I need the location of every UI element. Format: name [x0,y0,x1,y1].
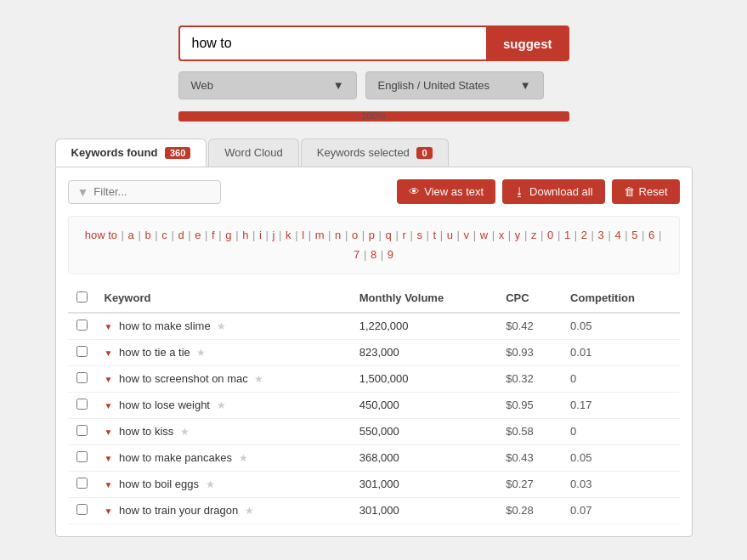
language-dropdown[interactable]: English / United States ▼ [365,71,544,99]
alpha-8[interactable]: 8 [371,248,376,261]
alpha-n[interactable]: n [335,229,341,241]
alpha-h[interactable]: h [242,229,248,241]
row-keyword-2: ▼ how to screenshot on mac ★ [96,365,351,392]
alpha-5[interactable]: 5 [631,229,637,241]
alpha-s[interactable]: s [416,229,422,241]
row-checkbox-2[interactable] [76,372,88,383]
alpha-y[interactable]: y [515,229,521,241]
alpha-t[interactable]: t [433,229,437,241]
expand-arrow-icon[interactable]: ▼ [105,348,113,358]
row-cpc-5: $0.43 [497,444,562,471]
alpha-d[interactable]: d [178,229,184,241]
alpha-9[interactable]: 9 [388,248,393,261]
alpha-i[interactable]: i [259,229,262,241]
row-volume-2: 1,500,000 [351,365,497,392]
row-cpc-6: $0.27 [497,471,562,497]
row-checkbox-4[interactable] [76,425,88,436]
tab-word-cloud[interactable]: Word Cloud [208,139,298,167]
row-volume-3: 450,000 [351,392,497,418]
alpha-r[interactable]: r [402,229,405,241]
alpha-e[interactable]: e [195,229,201,241]
alpha-g[interactable]: g [225,229,231,241]
table-row: ▼ how to make slime ★ 1,220,000 $0.42 0.… [68,313,680,340]
download-all-button[interactable]: ⭳ Download all [502,179,604,204]
col-competition: Competition [562,285,679,313]
star-icon[interactable]: ★ [217,399,226,411]
alpha-c[interactable]: c [161,229,167,241]
star-icon[interactable]: ★ [206,478,215,490]
star-icon[interactable]: ★ [180,426,190,438]
alpha-1[interactable]: 1 [564,229,570,241]
row-keyword-3: ▼ how to lose weight ★ [96,392,351,418]
star-icon[interactable]: ★ [217,320,226,332]
reset-button[interactable]: 🗑 Reset [612,179,680,204]
row-competition-7: 0.07 [562,497,679,523]
alpha-w[interactable]: w [480,229,488,241]
dropdowns-row: Web ▼ English / United States ▼ [178,71,569,99]
alpha-m[interactable]: m [315,229,325,241]
row-cpc-4: $0.58 [497,418,562,444]
row-cpc-2: $0.32 [497,365,562,392]
alpha-v[interactable]: v [464,229,470,241]
star-icon[interactable]: ★ [196,347,206,359]
row-keyword-1: ▼ how to tie a tie ★ [96,339,351,365]
star-icon[interactable]: ★ [245,505,254,517]
alpha-z[interactable]: z [531,229,537,241]
view-as-text-button[interactable]: 👁 View as text [397,179,495,204]
alpha-f[interactable]: f [212,229,215,241]
alpha-o[interactable]: o [352,229,358,241]
alpha-6[interactable]: 6 [648,229,654,241]
row-checkbox-5[interactable] [76,451,88,462]
filter-input[interactable] [93,185,195,198]
select-all-checkbox[interactable] [76,291,88,303]
row-checkbox-cell [68,471,96,497]
tab-keywords-selected[interactable]: Keywords selected 0 [301,139,449,167]
expand-arrow-icon[interactable]: ▼ [105,480,113,489]
row-competition-0: 0.05 [562,313,679,340]
alpha-q[interactable]: q [386,229,392,241]
search-row: suggest [178,25,569,61]
alpha-j[interactable]: j [273,229,275,241]
row-keyword-4: ▼ how to kiss ★ [96,418,351,444]
expand-arrow-icon[interactable]: ▼ [105,506,113,516]
alpha-keyword-link[interactable]: how to [85,229,117,241]
row-checkbox-6[interactable] [76,478,88,489]
row-checkbox-1[interactable] [76,346,88,357]
alpha-3[interactable]: 3 [598,229,604,241]
col-checkbox [68,285,96,313]
alpha-nav: how to | a | b | c | d | e | f | g | h |… [68,216,680,274]
alpha-b[interactable]: b [144,229,150,241]
table-row: ▼ how to make pancakes ★ 368,000 $0.43 0… [68,444,680,471]
tab-keywords-found[interactable]: Keywords found 360 [55,139,207,167]
alpha-2[interactable]: 2 [581,229,587,241]
row-cpc-7: $0.28 [497,497,562,523]
progress-label: 100% [178,110,569,121]
expand-arrow-icon[interactable]: ▼ [105,322,113,331]
star-icon[interactable]: ★ [239,452,248,464]
expand-arrow-icon[interactable]: ▼ [105,375,113,384]
progress-bar-container: 100% [178,111,569,122]
alpha-u[interactable]: u [447,229,453,241]
row-checkbox-3[interactable] [76,399,88,410]
alpha-p[interactable]: p [369,229,375,241]
suggest-button[interactable]: suggest [486,25,569,61]
alpha-l[interactable]: l [302,229,304,241]
row-checkbox-cell [68,418,96,444]
star-icon[interactable]: ★ [254,373,263,385]
alpha-0[interactable]: 0 [547,229,553,241]
alpha-a[interactable]: a [128,229,134,241]
row-volume-7: 301,000 [351,497,497,523]
alpha-4[interactable]: 4 [614,229,620,241]
expand-arrow-icon[interactable]: ▼ [105,454,113,463]
filter-box: ▼ [68,180,221,204]
alpha-k[interactable]: k [286,229,291,241]
expand-arrow-icon[interactable]: ▼ [105,401,113,410]
web-dropdown[interactable]: Web ▼ [178,71,357,99]
search-input[interactable] [178,25,486,61]
row-competition-2: 0 [562,365,679,392]
expand-arrow-icon[interactable]: ▼ [105,427,113,437]
alpha-7[interactable]: 7 [354,248,359,261]
row-checkbox-0[interactable] [76,320,88,331]
row-checkbox-7[interactable] [76,504,88,515]
alpha-x[interactable]: x [499,229,505,241]
